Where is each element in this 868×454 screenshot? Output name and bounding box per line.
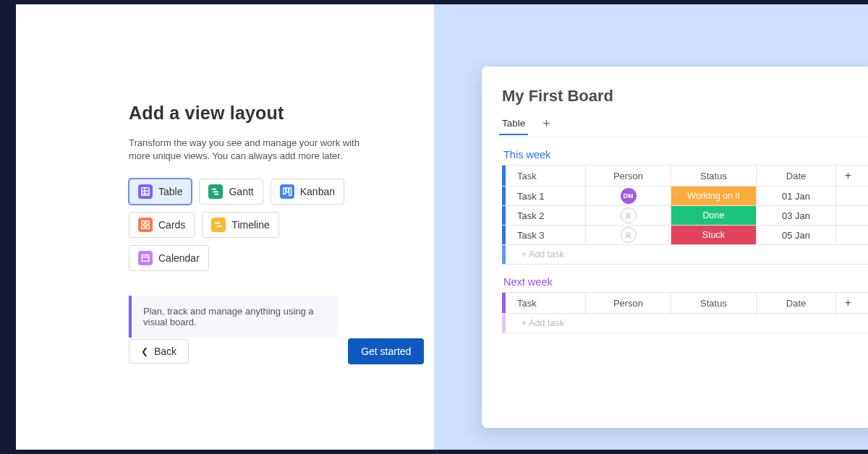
wizard-panel: Add a view layout Transform the way you … bbox=[16, 4, 434, 450]
get-started-button[interactable]: Get started bbox=[348, 338, 424, 364]
cell-date[interactable]: 01 Jan bbox=[756, 187, 835, 205]
cell-date[interactable]: 05 Jan bbox=[756, 226, 835, 244]
gantt-icon bbox=[208, 184, 223, 199]
table-icon bbox=[138, 184, 153, 199]
view-option-calendar[interactable]: Calendar bbox=[129, 245, 209, 271]
svg-rect-0 bbox=[142, 188, 150, 196]
option-label: Cards bbox=[158, 219, 185, 231]
add-task-row[interactable]: + Add task bbox=[502, 244, 868, 264]
svg-rect-13 bbox=[146, 226, 149, 228]
group-title-this-week[interactable]: This week bbox=[503, 149, 868, 160]
table-next-week: Task Person Status Date + + Add task bbox=[502, 292, 868, 333]
add-column-button[interactable]: + bbox=[835, 166, 860, 186]
person-placeholder-icon bbox=[621, 227, 637, 243]
svg-rect-10 bbox=[142, 221, 145, 224]
svg-point-21 bbox=[626, 232, 629, 235]
add-task-label: + Add task bbox=[506, 245, 564, 264]
view-option-timeline[interactable]: Timeline bbox=[202, 212, 278, 238]
cards-icon bbox=[138, 218, 153, 232]
tab-table[interactable]: Table bbox=[502, 118, 525, 134]
kanban-icon bbox=[280, 184, 294, 199]
preview-pane: My First Board Table + This week Task Pe… bbox=[434, 4, 868, 450]
chevron-left-icon: ❮ bbox=[141, 346, 148, 356]
option-label: Calendar bbox=[158, 252, 200, 264]
view-option-table[interactable]: Table bbox=[129, 179, 192, 205]
table-row[interactable]: Task 1 DM Working on it 01 Jan bbox=[502, 186, 868, 205]
back-button[interactable]: ❮ Back bbox=[129, 339, 189, 364]
option-label: Kanban bbox=[300, 186, 335, 197]
hint-box: Plan, track and manage anything using a … bbox=[129, 296, 339, 338]
svg-rect-6 bbox=[215, 194, 219, 195]
svg-rect-11 bbox=[146, 221, 149, 224]
svg-rect-14 bbox=[215, 223, 221, 224]
svg-point-20 bbox=[626, 213, 629, 215]
board-preview: My First Board Table + This week Task Pe… bbox=[482, 67, 868, 428]
svg-rect-12 bbox=[142, 226, 145, 228]
svg-rect-9 bbox=[289, 188, 291, 196]
table-header: Task Person Status Date + bbox=[502, 166, 868, 186]
svg-rect-4 bbox=[212, 189, 216, 190]
cell-person[interactable] bbox=[585, 226, 671, 244]
person-placeholder-icon bbox=[621, 207, 637, 223]
option-label: Gantt bbox=[229, 186, 253, 197]
cell-task[interactable]: Task 1 bbox=[506, 187, 585, 205]
calendar-icon bbox=[138, 251, 153, 265]
col-date[interactable]: Date bbox=[756, 293, 835, 313]
cell-person[interactable]: DM bbox=[585, 187, 671, 205]
avatar: DM bbox=[621, 188, 637, 204]
table-row[interactable]: Task 3 Stuck 05 Jan bbox=[502, 225, 868, 244]
view-option-kanban[interactable]: Kanban bbox=[271, 179, 344, 205]
svg-rect-7 bbox=[283, 188, 285, 194]
group-title-next-week[interactable]: Next week bbox=[503, 276, 868, 288]
svg-rect-8 bbox=[286, 188, 288, 192]
col-task[interactable]: Task bbox=[506, 293, 585, 313]
board-title: My First Board bbox=[502, 87, 868, 106]
cell-task[interactable]: Task 3 bbox=[506, 226, 585, 244]
col-person[interactable]: Person bbox=[585, 166, 671, 186]
svg-rect-5 bbox=[213, 191, 218, 192]
col-person[interactable]: Person bbox=[585, 293, 671, 313]
back-label: Back bbox=[154, 346, 176, 357]
cell-person[interactable] bbox=[585, 206, 671, 225]
cell-date[interactable]: 03 Jan bbox=[756, 206, 835, 225]
svg-rect-15 bbox=[217, 226, 223, 227]
col-status[interactable]: Status bbox=[671, 293, 756, 313]
cell-status[interactable]: Working on it bbox=[671, 187, 756, 205]
table-row[interactable]: Task 2 Done 03 Jan bbox=[502, 205, 868, 225]
table-header: Task Person Status Date + bbox=[502, 293, 868, 313]
col-status[interactable]: Status bbox=[671, 166, 756, 186]
add-tab-button[interactable]: + bbox=[542, 116, 550, 136]
table-this-week: Task Person Status Date + Task 1 DM Work… bbox=[502, 165, 868, 265]
view-option-gantt[interactable]: Gantt bbox=[199, 179, 263, 205]
view-options: Table Gantt Kanban Cards bbox=[129, 179, 353, 271]
option-label: Timeline bbox=[231, 219, 269, 231]
add-column-button[interactable]: + bbox=[835, 293, 860, 313]
timeline-icon bbox=[211, 218, 226, 232]
add-task-label: + Add task bbox=[506, 314, 564, 333]
cell-task[interactable]: Task 2 bbox=[506, 206, 585, 225]
svg-rect-16 bbox=[142, 255, 149, 262]
cell-status[interactable]: Stuck bbox=[671, 226, 756, 244]
view-option-cards[interactable]: Cards bbox=[129, 212, 195, 238]
add-task-row[interactable]: + Add task bbox=[502, 313, 868, 333]
page-title: Add a view layout bbox=[129, 103, 434, 124]
page-subtitle: Transform the way you see and manage you… bbox=[129, 137, 367, 163]
cell-status[interactable]: Done bbox=[671, 206, 756, 225]
option-label: Table bbox=[158, 186, 182, 197]
col-date[interactable]: Date bbox=[756, 166, 835, 186]
col-task[interactable]: Task bbox=[506, 166, 585, 186]
